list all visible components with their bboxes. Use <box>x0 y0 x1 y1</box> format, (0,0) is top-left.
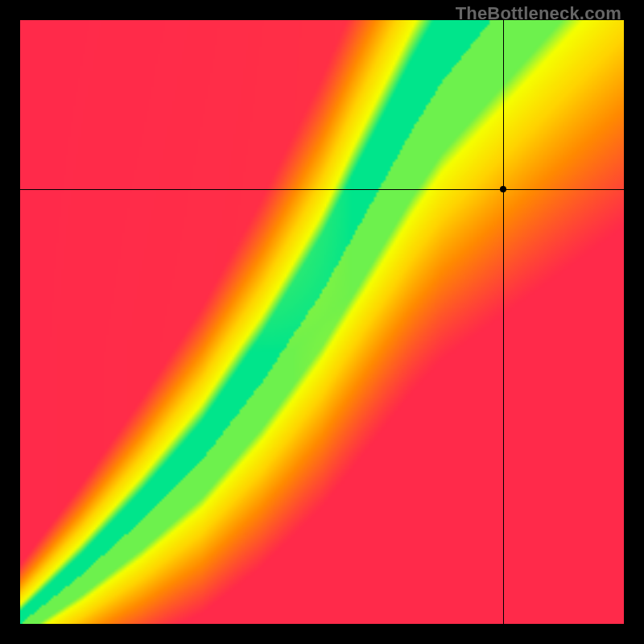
chart-stage: TheBottleneck.com <box>0 0 644 644</box>
bottleneck-heatmap <box>20 20 624 624</box>
